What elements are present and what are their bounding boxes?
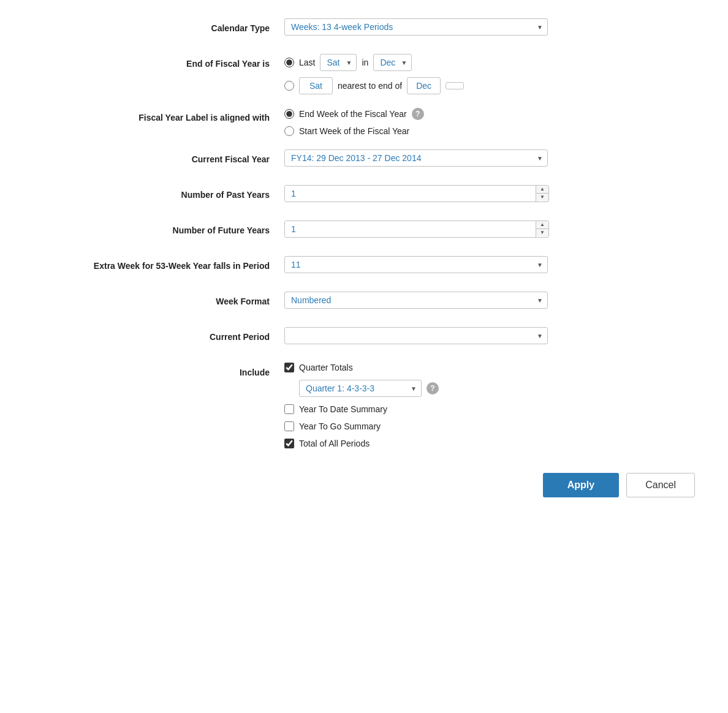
cancel-button[interactable]: Cancel — [626, 473, 695, 497]
future-years-label: Number of Future Years — [27, 221, 284, 237]
current-period-row: Current Period — [27, 327, 701, 349]
total-all-periods-label: Total of All Periods — [299, 439, 370, 448]
past-years-label: Number of Past Years — [27, 185, 284, 202]
fiscal-label-radio-group: End Week of the Fiscal Year ? Start Week… — [284, 108, 424, 136]
fiscal-year-label-label: Fiscal Year Label is aligned with — [27, 108, 284, 124]
past-years-up-btn[interactable]: ▲ — [536, 186, 548, 194]
total-all-periods-checkbox[interactable] — [284, 439, 294, 448]
fiscal-year-label-control: End Week of the Fiscal Year ? Start Week… — [284, 108, 701, 136]
button-row: Apply Cancel — [27, 473, 701, 497]
future-years-spinner-btns: ▲ ▼ — [536, 221, 548, 237]
future-years-input[interactable] — [285, 221, 536, 237]
fy-option1-row: Last Sat in Dec — [284, 54, 464, 71]
fiscal-label-option1-text: End Week of the Fiscal Year — [299, 109, 407, 119]
calendar-type-select-wrapper[interactable]: Weeks: 13 4-week Periods — [284, 18, 548, 36]
include-row: Include Quarter Totals Quarter 1: 4-3-3-… — [27, 363, 701, 455]
include-label: Include — [27, 363, 284, 379]
apply-button[interactable]: Apply — [543, 473, 619, 497]
current-fiscal-year-control: FY14: 29 Dec 2013 - 27 Dec 2014 — [284, 149, 701, 167]
fiscal-label-option2-row: Start Week of the Fiscal Year — [284, 126, 424, 136]
year-to-date-label: Year To Date Summary — [299, 404, 387, 414]
fy-option2-middle-text: nearest to end of — [338, 81, 402, 91]
end-fiscal-radio-group: Last Sat in Dec Sa — [284, 54, 464, 94]
future-years-spinner: ▲ ▼ — [284, 221, 549, 238]
extra-week-select-wrapper[interactable]: 11 — [284, 256, 548, 273]
past-years-down-btn[interactable]: ▼ — [536, 194, 548, 201]
fy-option2-day-text: Sat — [299, 77, 333, 94]
future-years-row: Number of Future Years ▲ ▼ — [27, 221, 701, 243]
fy-option2-radio[interactable] — [284, 81, 294, 91]
year-to-go-label: Year To Go Summary — [299, 421, 381, 431]
current-fiscal-year-select[interactable]: FY14: 29 Dec 2013 - 27 Dec 2014 — [284, 149, 548, 167]
current-fiscal-year-select-wrapper[interactable]: FY14: 29 Dec 2013 - 27 Dec 2014 — [284, 149, 548, 167]
fiscal-label-option1-row: End Week of the Fiscal Year ? — [284, 108, 424, 120]
fiscal-label-option2-radio[interactable] — [284, 126, 294, 136]
quarter-select[interactable]: Quarter 1: 4-3-3-3 — [299, 380, 422, 397]
fy-option1-radio[interactable] — [284, 58, 294, 67]
future-years-control: ▲ ▼ — [284, 221, 701, 238]
calendar-type-row: Calendar Type Weeks: 13 4-week Periods — [27, 18, 701, 40]
calendar-type-label: Calendar Type — [27, 18, 284, 35]
current-fiscal-year-label: Current Fiscal Year — [27, 149, 284, 166]
quarter-totals-row: Quarter Totals — [284, 363, 439, 372]
current-period-label: Current Period — [27, 327, 284, 344]
year-to-date-checkbox[interactable] — [284, 404, 294, 414]
quarter-totals-checkbox[interactable] — [284, 363, 294, 372]
past-years-input[interactable] — [285, 186, 536, 202]
past-years-spinner: ▲ ▼ — [284, 185, 549, 202]
end-fiscal-year-row: End of Fiscal Year is Last Sat in Dec — [27, 54, 701, 94]
week-format-select-wrapper[interactable]: Numbered — [284, 292, 548, 309]
year-to-date-row: Year To Date Summary — [284, 404, 439, 414]
total-all-periods-row: Total of All Periods — [284, 439, 439, 448]
year-to-go-row: Year To Go Summary — [284, 421, 439, 431]
fy-option1-day-select[interactable]: Sat — [320, 54, 357, 71]
week-format-row: Week Format Numbered — [27, 292, 701, 314]
future-years-down-btn[interactable]: ▼ — [536, 229, 548, 236]
end-fiscal-year-label: End of Fiscal Year is — [27, 54, 284, 70]
quarter-select-wrapper[interactable]: Quarter 1: 4-3-3-3 — [299, 380, 422, 397]
extra-week-control: 11 — [284, 256, 701, 273]
fy-option1-day-select-wrapper[interactable]: Sat — [320, 54, 357, 71]
fy-option1-month-select-wrapper[interactable]: Dec — [373, 54, 412, 71]
fy-option2-row: Sat nearest to end of Dec — [284, 77, 464, 94]
current-fiscal-year-row: Current Fiscal Year FY14: 29 Dec 2013 - … — [27, 149, 701, 172]
include-section: Quarter Totals Quarter 1: 4-3-3-3 ? Year… — [284, 363, 439, 455]
quarter-totals-label: Quarter Totals — [299, 363, 353, 372]
fy-option2-empty — [446, 82, 464, 89]
extra-week-label: Extra Week for 53-Week Year falls in Per… — [27, 256, 284, 273]
current-period-select[interactable] — [284, 327, 548, 344]
fiscal-label-option2-text: Start Week of the Fiscal Year — [299, 126, 409, 136]
calendar-type-select[interactable]: Weeks: 13 4-week Periods — [284, 18, 548, 36]
quarter-dropdown-row: Quarter 1: 4-3-3-3 ? — [299, 380, 439, 397]
past-years-row: Number of Past Years ▲ ▼ — [27, 185, 701, 207]
end-fiscal-year-control: Last Sat in Dec Sa — [284, 54, 701, 94]
week-format-label: Week Format — [27, 292, 284, 308]
past-years-control: ▲ ▼ — [284, 185, 701, 202]
fiscal-label-help-icon[interactable]: ? — [412, 108, 424, 120]
current-period-control — [284, 327, 701, 344]
fy-option1-month-select[interactable]: Dec — [373, 54, 412, 71]
week-format-select[interactable]: Numbered — [284, 292, 548, 309]
extra-week-select[interactable]: 11 — [284, 256, 548, 273]
fiscal-year-label-row: Fiscal Year Label is aligned with End We… — [27, 108, 701, 136]
past-years-spinner-btns: ▲ ▼ — [536, 186, 548, 202]
current-period-select-wrapper[interactable] — [284, 327, 548, 344]
settings-form: Calendar Type Weeks: 13 4-week Periods E… — [27, 18, 701, 497]
fy-option2-month-text: Dec — [407, 77, 441, 94]
fiscal-label-option1-radio[interactable] — [284, 109, 294, 119]
future-years-up-btn[interactable]: ▲ — [536, 221, 548, 229]
year-to-go-checkbox[interactable] — [284, 421, 294, 431]
include-control: Quarter Totals Quarter 1: 4-3-3-3 ? Year… — [284, 363, 701, 455]
extra-week-row: Extra Week for 53-Week Year falls in Per… — [27, 256, 701, 278]
week-format-control: Numbered — [284, 292, 701, 309]
quarter-help-icon[interactable]: ? — [427, 382, 439, 394]
calendar-type-control: Weeks: 13 4-week Periods — [284, 18, 701, 36]
fy-option1-in-text: in — [362, 58, 368, 67]
fy-option1-last-text: Last — [299, 58, 315, 67]
